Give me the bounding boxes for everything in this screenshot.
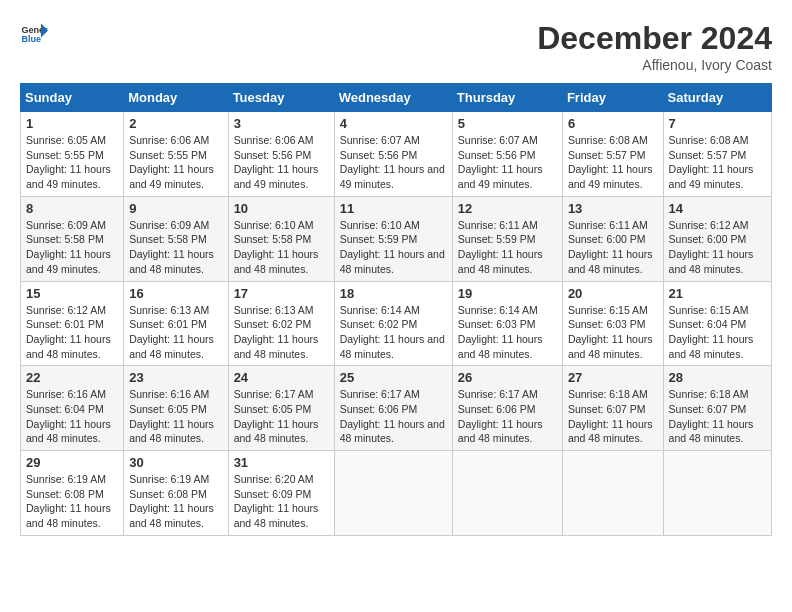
header: General Blue December 2024 Affienou, Ivo…: [20, 20, 772, 73]
day-info: Sunrise: 6:12 AMSunset: 6:00 PMDaylight:…: [669, 218, 766, 277]
day-info: Sunrise: 6:11 AMSunset: 6:00 PMDaylight:…: [568, 218, 658, 277]
day-number: 18: [340, 286, 447, 301]
weekday-header-row: SundayMondayTuesdayWednesdayThursdayFrid…: [21, 84, 772, 112]
day-info: Sunrise: 6:20 AMSunset: 6:09 PMDaylight:…: [234, 472, 329, 531]
calendar-week-row: 15Sunrise: 6:12 AMSunset: 6:01 PMDayligh…: [21, 281, 772, 366]
calendar-subtitle: Affienou, Ivory Coast: [537, 57, 772, 73]
calendar-cell: [663, 451, 771, 536]
calendar-cell: 15Sunrise: 6:12 AMSunset: 6:01 PMDayligh…: [21, 281, 124, 366]
calendar-cell: 5Sunrise: 6:07 AMSunset: 5:56 PMDaylight…: [452, 112, 562, 197]
day-info: Sunrise: 6:15 AMSunset: 6:04 PMDaylight:…: [669, 303, 766, 362]
day-info: Sunrise: 6:07 AMSunset: 5:56 PMDaylight:…: [458, 133, 557, 192]
calendar-cell: 11Sunrise: 6:10 AMSunset: 5:59 PMDayligh…: [334, 196, 452, 281]
calendar-week-row: 22Sunrise: 6:16 AMSunset: 6:04 PMDayligh…: [21, 366, 772, 451]
weekday-header-saturday: Saturday: [663, 84, 771, 112]
calendar-cell: 10Sunrise: 6:10 AMSunset: 5:58 PMDayligh…: [228, 196, 334, 281]
day-number: 8: [26, 201, 118, 216]
calendar-cell: 19Sunrise: 6:14 AMSunset: 6:03 PMDayligh…: [452, 281, 562, 366]
calendar-cell: 24Sunrise: 6:17 AMSunset: 6:05 PMDayligh…: [228, 366, 334, 451]
day-number: 10: [234, 201, 329, 216]
calendar-cell: 8Sunrise: 6:09 AMSunset: 5:58 PMDaylight…: [21, 196, 124, 281]
calendar-cell: 30Sunrise: 6:19 AMSunset: 6:08 PMDayligh…: [124, 451, 228, 536]
day-info: Sunrise: 6:08 AMSunset: 5:57 PMDaylight:…: [568, 133, 658, 192]
weekday-header-tuesday: Tuesday: [228, 84, 334, 112]
calendar-cell: 20Sunrise: 6:15 AMSunset: 6:03 PMDayligh…: [562, 281, 663, 366]
day-info: Sunrise: 6:11 AMSunset: 5:59 PMDaylight:…: [458, 218, 557, 277]
day-info: Sunrise: 6:07 AMSunset: 5:56 PMDaylight:…: [340, 133, 447, 192]
day-info: Sunrise: 6:10 AMSunset: 5:58 PMDaylight:…: [234, 218, 329, 277]
day-info: Sunrise: 6:06 AMSunset: 5:56 PMDaylight:…: [234, 133, 329, 192]
calendar-body: 1Sunrise: 6:05 AMSunset: 5:55 PMDaylight…: [21, 112, 772, 536]
day-number: 26: [458, 370, 557, 385]
day-info: Sunrise: 6:08 AMSunset: 5:57 PMDaylight:…: [669, 133, 766, 192]
day-number: 12: [458, 201, 557, 216]
day-info: Sunrise: 6:17 AMSunset: 6:05 PMDaylight:…: [234, 387, 329, 446]
day-number: 31: [234, 455, 329, 470]
day-number: 29: [26, 455, 118, 470]
calendar-cell: 28Sunrise: 6:18 AMSunset: 6:07 PMDayligh…: [663, 366, 771, 451]
day-number: 28: [669, 370, 766, 385]
day-number: 22: [26, 370, 118, 385]
day-number: 15: [26, 286, 118, 301]
day-info: Sunrise: 6:16 AMSunset: 6:05 PMDaylight:…: [129, 387, 222, 446]
calendar-cell: 3Sunrise: 6:06 AMSunset: 5:56 PMDaylight…: [228, 112, 334, 197]
weekday-header-monday: Monday: [124, 84, 228, 112]
calendar-cell: 14Sunrise: 6:12 AMSunset: 6:00 PMDayligh…: [663, 196, 771, 281]
calendar-cell: 13Sunrise: 6:11 AMSunset: 6:00 PMDayligh…: [562, 196, 663, 281]
day-number: 7: [669, 116, 766, 131]
day-info: Sunrise: 6:19 AMSunset: 6:08 PMDaylight:…: [129, 472, 222, 531]
weekday-header-sunday: Sunday: [21, 84, 124, 112]
calendar-week-row: 8Sunrise: 6:09 AMSunset: 5:58 PMDaylight…: [21, 196, 772, 281]
calendar-cell: 4Sunrise: 6:07 AMSunset: 5:56 PMDaylight…: [334, 112, 452, 197]
day-number: 25: [340, 370, 447, 385]
calendar-cell: 1Sunrise: 6:05 AMSunset: 5:55 PMDaylight…: [21, 112, 124, 197]
day-number: 19: [458, 286, 557, 301]
calendar-cell: 21Sunrise: 6:15 AMSunset: 6:04 PMDayligh…: [663, 281, 771, 366]
calendar-cell: 27Sunrise: 6:18 AMSunset: 6:07 PMDayligh…: [562, 366, 663, 451]
calendar-week-row: 1Sunrise: 6:05 AMSunset: 5:55 PMDaylight…: [21, 112, 772, 197]
day-info: Sunrise: 6:18 AMSunset: 6:07 PMDaylight:…: [568, 387, 658, 446]
calendar-cell: 7Sunrise: 6:08 AMSunset: 5:57 PMDaylight…: [663, 112, 771, 197]
day-info: Sunrise: 6:13 AMSunset: 6:01 PMDaylight:…: [129, 303, 222, 362]
title-area: December 2024 Affienou, Ivory Coast: [537, 20, 772, 73]
day-info: Sunrise: 6:14 AMSunset: 6:03 PMDaylight:…: [458, 303, 557, 362]
calendar-cell: 16Sunrise: 6:13 AMSunset: 6:01 PMDayligh…: [124, 281, 228, 366]
day-info: Sunrise: 6:19 AMSunset: 6:08 PMDaylight:…: [26, 472, 118, 531]
day-info: Sunrise: 6:17 AMSunset: 6:06 PMDaylight:…: [340, 387, 447, 446]
calendar-cell: 17Sunrise: 6:13 AMSunset: 6:02 PMDayligh…: [228, 281, 334, 366]
day-info: Sunrise: 6:15 AMSunset: 6:03 PMDaylight:…: [568, 303, 658, 362]
calendar-cell: 26Sunrise: 6:17 AMSunset: 6:06 PMDayligh…: [452, 366, 562, 451]
day-number: 11: [340, 201, 447, 216]
calendar-cell: 12Sunrise: 6:11 AMSunset: 5:59 PMDayligh…: [452, 196, 562, 281]
calendar-header: SundayMondayTuesdayWednesdayThursdayFrid…: [21, 84, 772, 112]
day-number: 20: [568, 286, 658, 301]
day-info: Sunrise: 6:09 AMSunset: 5:58 PMDaylight:…: [129, 218, 222, 277]
calendar-cell: 23Sunrise: 6:16 AMSunset: 6:05 PMDayligh…: [124, 366, 228, 451]
calendar-cell: 9Sunrise: 6:09 AMSunset: 5:58 PMDaylight…: [124, 196, 228, 281]
calendar-cell: 31Sunrise: 6:20 AMSunset: 6:09 PMDayligh…: [228, 451, 334, 536]
day-info: Sunrise: 6:12 AMSunset: 6:01 PMDaylight:…: [26, 303, 118, 362]
day-info: Sunrise: 6:13 AMSunset: 6:02 PMDaylight:…: [234, 303, 329, 362]
calendar-cell: [334, 451, 452, 536]
calendar-cell: 29Sunrise: 6:19 AMSunset: 6:08 PMDayligh…: [21, 451, 124, 536]
calendar-cell: 6Sunrise: 6:08 AMSunset: 5:57 PMDaylight…: [562, 112, 663, 197]
day-number: 16: [129, 286, 222, 301]
day-info: Sunrise: 6:06 AMSunset: 5:55 PMDaylight:…: [129, 133, 222, 192]
day-number: 21: [669, 286, 766, 301]
day-number: 5: [458, 116, 557, 131]
day-info: Sunrise: 6:16 AMSunset: 6:04 PMDaylight:…: [26, 387, 118, 446]
day-info: Sunrise: 6:09 AMSunset: 5:58 PMDaylight:…: [26, 218, 118, 277]
weekday-header-wednesday: Wednesday: [334, 84, 452, 112]
day-number: 1: [26, 116, 118, 131]
calendar-cell: [562, 451, 663, 536]
day-info: Sunrise: 6:17 AMSunset: 6:06 PMDaylight:…: [458, 387, 557, 446]
svg-text:Blue: Blue: [21, 34, 41, 44]
calendar-cell: [452, 451, 562, 536]
day-number: 23: [129, 370, 222, 385]
calendar-cell: 25Sunrise: 6:17 AMSunset: 6:06 PMDayligh…: [334, 366, 452, 451]
logo-icon: General Blue: [20, 20, 48, 48]
calendar-cell: 22Sunrise: 6:16 AMSunset: 6:04 PMDayligh…: [21, 366, 124, 451]
day-number: 9: [129, 201, 222, 216]
day-number: 6: [568, 116, 658, 131]
day-number: 4: [340, 116, 447, 131]
